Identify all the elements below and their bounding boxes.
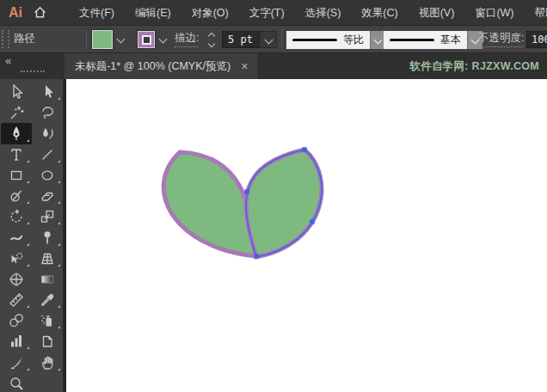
flyout-indicator <box>58 181 60 183</box>
magic-wand-icon <box>8 104 25 121</box>
mesh-tool[interactable] <box>1 269 32 290</box>
stroke-weight-dropdown[interactable] <box>261 31 277 48</box>
tool-grid <box>0 79 63 392</box>
menu-item-7[interactable]: 视图(V) <box>409 0 465 26</box>
toolbar-panel <box>0 79 65 392</box>
toolbar-collapse-button[interactable]: « <box>5 54 11 67</box>
anchor-point[interactable] <box>244 189 249 193</box>
canvas[interactable] <box>66 79 547 392</box>
stepper-down-icon[interactable] <box>208 40 215 46</box>
flyout-indicator <box>58 222 60 224</box>
menu-item-5[interactable]: 选择(S) <box>295 0 352 26</box>
artboard-tool[interactable] <box>32 331 63 352</box>
leaf-left[interactable] <box>163 152 255 256</box>
menu-item-8[interactable]: 窗口(W) <box>464 0 524 26</box>
stroke-weight-input[interactable]: 5 pt <box>222 31 260 48</box>
pen-tool[interactable] <box>1 123 32 144</box>
menu-item-4[interactable]: 文字(T) <box>239 0 295 26</box>
menu-item-2[interactable]: 编辑(E) <box>125 0 181 26</box>
stepper-up-icon[interactable] <box>208 32 215 39</box>
width-profile-dropdown[interactable]: 等比 <box>286 31 385 49</box>
watermark-text: 软件自学网: RJZXW.COM <box>409 53 539 79</box>
control-bar-grip[interactable] <box>2 30 9 48</box>
measure-tool[interactable] <box>1 290 32 310</box>
anchor-point[interactable] <box>310 219 314 224</box>
menu-item-9[interactable]: 帮助(H) <box>525 0 547 26</box>
measure-icon <box>8 291 25 309</box>
shape-builder-icon <box>8 250 25 267</box>
control-bar: 路径 描边: 5 pt 等比 基本 不透明度: 100 <box>0 26 547 53</box>
width-tool[interactable] <box>1 227 32 248</box>
scale-icon <box>39 208 56 225</box>
document-tab-title: 未标题-1* @ 100% (CMYK/预览) <box>75 59 230 74</box>
rotate-icon <box>8 208 25 225</box>
puppet-warp-tool[interactable] <box>32 227 63 248</box>
tab-strip: « 未标题-1* @ 100% (CMYK/预览) × 软件自学网: RJZXW… <box>0 53 547 79</box>
gradient-tool[interactable] <box>32 269 63 290</box>
ellipse-tool[interactable] <box>32 165 63 186</box>
gradient-icon <box>39 271 56 288</box>
flyout-indicator <box>27 201 29 204</box>
menu-items: 文件(F)编辑(E)对象(O)文字(T)选择(S)效果(C)视图(V)窗口(W)… <box>69 0 547 26</box>
home-icon[interactable] <box>33 5 47 20</box>
shape-builder-tool[interactable] <box>1 248 32 269</box>
type-tool[interactable] <box>1 144 32 165</box>
flyout-indicator <box>58 201 60 204</box>
hand-tool[interactable] <box>32 352 63 372</box>
flyout-indicator <box>27 139 29 142</box>
menu-item-6[interactable]: 效果(C) <box>351 0 408 26</box>
column-graph-tool[interactable] <box>1 331 32 352</box>
selection-tool[interactable] <box>1 82 32 102</box>
anchor-point[interactable] <box>254 254 258 258</box>
brush-definition-dropdown[interactable]: 基本 <box>384 31 482 49</box>
type-icon <box>8 146 25 163</box>
scale-tool[interactable] <box>32 206 63 227</box>
stroke-weight-label[interactable]: 描边: <box>175 26 199 52</box>
anchor-point[interactable] <box>302 147 306 151</box>
eyedropper-tool[interactable] <box>32 290 63 310</box>
fill-color-chevron-icon[interactable] <box>118 26 124 52</box>
perspective-grid-tool[interactable] <box>32 248 63 269</box>
blend-tool[interactable] <box>1 310 32 331</box>
rectangle-icon <box>8 167 25 184</box>
opacity-input[interactable]: 100 <box>526 31 547 48</box>
flyout-indicator <box>27 346 29 349</box>
stroke-color-chevron-icon[interactable] <box>160 26 166 52</box>
magic-wand-tool[interactable] <box>1 102 32 123</box>
flyout-indicator <box>58 243 60 246</box>
shaper-tool[interactable] <box>1 186 32 206</box>
eyedropper-icon <box>39 291 56 309</box>
menu-item-1[interactable]: 文件(F) <box>69 0 125 26</box>
menu-item-3[interactable]: 对象(O) <box>181 0 239 26</box>
knife-tool[interactable] <box>1 352 32 372</box>
opacity-label[interactable]: 不透明度: <box>478 26 524 52</box>
line-segment-tool[interactable] <box>32 144 63 165</box>
curvature-tool[interactable] <box>32 123 63 144</box>
lasso-tool[interactable] <box>32 102 63 123</box>
flyout-indicator <box>58 264 60 266</box>
artboard[interactable] <box>66 79 547 392</box>
flyout-indicator <box>58 97 60 100</box>
rectangle-tool[interactable] <box>1 165 32 186</box>
flyout-indicator <box>27 368 29 371</box>
zoom-tool[interactable] <box>1 373 32 392</box>
eraser-tool[interactable] <box>32 186 63 206</box>
leaf-right[interactable] <box>246 150 322 257</box>
symbol-sprayer-tool[interactable] <box>32 310 63 331</box>
blend-icon <box>8 312 25 329</box>
line-segment-icon <box>39 146 56 163</box>
direct-selection-tool[interactable] <box>32 82 63 102</box>
fill-color-swatch[interactable] <box>92 30 113 49</box>
stroke-weight-stepper[interactable] <box>209 26 214 52</box>
direct-selection-icon <box>39 83 56 101</box>
eraser-icon <box>39 187 56 205</box>
document-tab[interactable]: 未标题-1* @ 100% (CMYK/预览) × <box>65 53 259 79</box>
selection-type-label: 路径 <box>14 26 35 52</box>
stroke-color-swatch[interactable] <box>138 31 155 48</box>
flyout-indicator <box>27 160 29 162</box>
close-icon[interactable]: × <box>241 60 248 72</box>
separator <box>86 30 87 48</box>
puppet-warp-icon <box>39 229 56 246</box>
toolbar-drag-grip[interactable] <box>21 70 45 72</box>
rotate-tool[interactable] <box>1 206 32 227</box>
